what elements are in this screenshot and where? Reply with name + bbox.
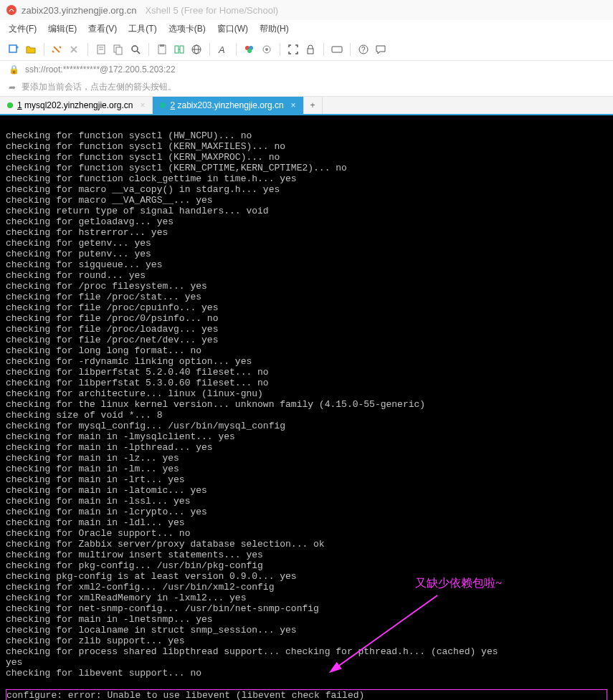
svg-text:A: A — [218, 44, 225, 55]
separator — [280, 43, 280, 56]
address-bar: 🔒 ssh://root:***********@172.200.5.203:2… — [0, 61, 613, 78]
disconnect-icon[interactable] — [68, 43, 81, 56]
error-line: configure: error: Unable to use libevent… — [6, 690, 364, 700]
window-subtitle: Xshell 5 (Free for Home/School) — [145, 5, 278, 16]
svg-rect-14 — [180, 46, 184, 53]
arrow-hint-icon[interactable]: ➦ — [9, 82, 16, 92]
transfer-icon[interactable] — [173, 43, 186, 56]
svg-point-0 — [6, 5, 16, 15]
globe-icon[interactable] — [190, 43, 203, 56]
svg-point-9 — [132, 46, 138, 52]
tab-label: 2 zabix203.yinzhengjie.org.cn — [170, 100, 283, 110]
status-dot-icon — [160, 102, 166, 108]
highlight-icon[interactable] — [260, 43, 273, 56]
new-session-icon[interactable] — [7, 43, 20, 56]
menu-file[interactable]: 文件(F) — [9, 23, 37, 35]
paste-icon[interactable] — [156, 43, 168, 56]
properties-icon[interactable] — [95, 43, 108, 56]
copy-icon[interactable] — [112, 43, 125, 56]
svg-text:?: ? — [361, 46, 366, 54]
keyboard-icon[interactable] — [331, 43, 343, 56]
svg-point-21 — [247, 49, 252, 53]
separator — [87, 43, 88, 56]
menu-tabs[interactable]: 选项卡(B) — [168, 23, 206, 35]
new-tab-button[interactable]: + — [304, 97, 323, 114]
svg-rect-25 — [332, 47, 342, 52]
help-icon[interactable]: ? — [357, 43, 370, 56]
menu-window[interactable]: 窗口(W) — [217, 23, 248, 35]
separator — [323, 43, 324, 56]
svg-rect-12 — [160, 44, 164, 47]
title-bar: zabix203.yinzhengjie.org.cn Xshell 5 (Fr… — [0, 0, 613, 20]
toolbar: A ? — [0, 38, 613, 61]
svg-line-10 — [137, 51, 140, 54]
menu-edit[interactable]: 编辑(E) — [48, 23, 77, 35]
menu-bar: 文件(F) 编辑(E) 查看(V) 工具(T) 选项卡(B) 窗口(W) 帮助(… — [0, 20, 613, 38]
separator — [44, 43, 44, 56]
svg-rect-24 — [308, 49, 313, 54]
annotation-text: 又缺少依赖包啦~ — [415, 577, 502, 588]
color-icon[interactable] — [243, 43, 256, 56]
font-icon[interactable]: A — [217, 43, 229, 56]
svg-rect-8 — [116, 47, 122, 54]
info-text: 要添加当前会话，点击左侧的箭头按钮。 — [22, 81, 176, 93]
window-title: zabix203.yinzhengjie.org.cn — [22, 5, 136, 16]
reconnect-icon[interactable] — [51, 43, 64, 56]
lock-small-icon: 🔒 — [9, 64, 19, 75]
terminal-output: checking for function sysctl (HW_NCPU)..… — [6, 130, 607, 679]
tab-zabix203[interactable]: 2 zabix203.yinzhengjie.org.cn × — [153, 97, 303, 114]
svg-rect-1 — [9, 45, 16, 52]
lock-icon[interactable] — [304, 43, 317, 56]
terminal[interactable]: checking for function sysctl (HW_NCPU)..… — [0, 115, 613, 700]
separator — [350, 43, 351, 56]
separator — [148, 43, 149, 56]
tab-label: 1 mysql202.yinzhengjie.org.cn — [17, 100, 133, 110]
svg-point-23 — [265, 48, 268, 51]
menu-help[interactable]: 帮助(H) — [260, 23, 289, 35]
close-icon[interactable]: × — [291, 100, 296, 110]
error-highlight-box: configure: error: Unable to use libevent… — [6, 689, 607, 700]
separator — [236, 43, 237, 56]
fullscreen-icon[interactable] — [287, 43, 300, 56]
close-icon[interactable]: × — [140, 100, 145, 110]
menu-tools[interactable]: 工具(T) — [128, 23, 156, 35]
address-text[interactable]: ssh://root:***********@172.200.5.203:22 — [25, 64, 176, 75]
status-dot-icon — [7, 102, 13, 108]
chat-icon[interactable] — [374, 43, 387, 56]
search-icon[interactable] — [129, 43, 142, 56]
separator — [209, 43, 210, 56]
open-icon[interactable] — [24, 43, 37, 56]
menu-view[interactable]: 查看(V) — [88, 23, 117, 35]
app-icon — [6, 4, 17, 16]
tab-mysql202[interactable]: 1 mysql202.yinzhengjie.org.cn × — [0, 97, 153, 114]
tab-bar: 1 mysql202.yinzhengjie.org.cn × 2 zabix2… — [0, 97, 613, 115]
svg-rect-13 — [175, 46, 179, 53]
info-bar: ➦ 要添加当前会话，点击左侧的箭头按钮。 — [0, 78, 613, 97]
